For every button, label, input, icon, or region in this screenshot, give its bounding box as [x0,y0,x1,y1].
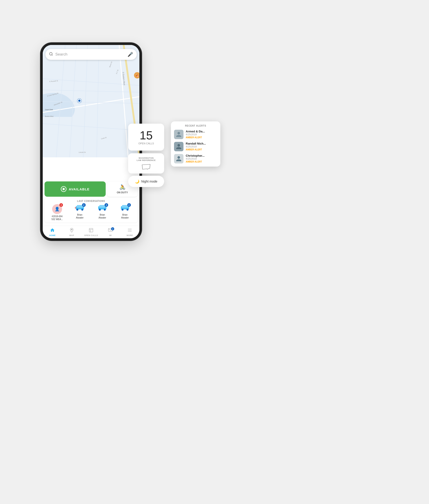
conv-icon-wrap: 👤 2 [52,204,62,214]
svg-text:Buxton Blvd: Buxton Blvd [45,115,53,117]
alert-name-1: Armed & Da... [186,130,217,133]
nav-more-label: MORE [127,234,133,237]
conversations-card: LAST CONVERSATIONS 👤 2 #2018-004532 WEA.… [45,198,138,222]
available-button[interactable]: AVAILABLE [45,181,106,197]
nav-badge-wrap: 2 [108,228,113,234]
list-item[interactable]: 2 BrianAtwater [69,204,91,221]
list-item[interactable]: 👤 2 #2018-004532 WEA... [46,204,68,221]
conversations-row: 👤 2 #2018-004532 WEA... [46,204,136,221]
conv-icon-wrap: 2 [97,204,107,212]
conv-label: #2018-004532 WEA... [52,215,63,221]
sidebar-item-more[interactable]: MORE [120,228,139,237]
sidebar-item-home[interactable]: HOME [43,228,62,237]
sidebar-item-open-calls[interactable]: OPEN CALLS [81,228,101,237]
svg-point-26 [49,52,52,55]
im-badge: 2 [111,227,114,230]
svg-text:Court Clerk: Court Clerk [45,109,53,110]
alert-badge-3: AMBER ALERT [186,160,217,163]
nav-calls-label: OPEN CALLS [84,234,98,237]
nav-im-label: IM [109,234,112,237]
list-item[interactable]: 2 BrianAtwater [114,204,136,221]
list-item[interactable]: 2 BrianAtwater [91,204,113,221]
search-input[interactable]: Search [55,52,127,57]
alert-avatar-1 [174,130,183,139]
list-item[interactable]: Christopher... 4/25/2018 AMBER ALERT [174,154,217,163]
alerts-title: RECENT ALERTS [174,124,217,127]
open-calls-icon [89,228,94,234]
recent-alerts-card: RECENT ALERTS Armed & Da... 4/25/2018 AM… [171,121,220,167]
alert-info-3: Christopher... 4/25/2018 AMBER ALERT [186,154,217,163]
bottom-nav: HOME MAP OPEN CALLS [43,226,139,238]
alert-date-3: 4/25/2018 [186,157,217,160]
moon-icon: 🌙 [135,179,139,184]
alert-badge-1: AMBER ALERT [186,136,217,139]
list-item[interactable]: Armed & Da... 4/25/2018 AMBER ALERT [174,130,217,139]
top-row: AVAILABLE 🚴 ON DUTY [45,181,138,197]
alert-date-1: 4/25/2018 [186,133,217,136]
svg-line-27 [52,55,52,55]
on-duty-icon: 🚴 [119,184,125,190]
conv-label: BrianAtwater [121,213,129,219]
open-calls-label: OPEN CALLS [138,142,154,145]
nav-home-label: HOME [49,234,55,237]
conv-badge: 2 [82,203,86,207]
svg-point-35 [99,209,101,211]
list-item[interactable]: Randall Nich... 4/25/2018 AMBER ALERT [174,142,217,151]
law-reference-card[interactable]: WASHINGTONLAW REFERENCE [128,153,164,174]
alert-avatar-2 [174,142,183,151]
conv-label: BrianAtwater [76,213,84,219]
svg-point-40 [126,209,128,211]
law-title: WASHINGTONLAW REFERENCE [137,157,156,161]
conv-badge: 2 [59,203,63,207]
location-dot [78,99,81,103]
alert-info-2: Randall Nich... 4/25/2018 AMBER ALERT [186,142,217,151]
svg-rect-42 [89,228,93,232]
alert-date-2: 4/25/2018 [186,145,217,148]
night-mode-label: Night mode [141,180,157,183]
more-icon [127,228,132,234]
phone-device: S Eastern Blvd Old Wilmington Rd Buxton … [43,45,139,238]
conv-label: BrianAtwater [98,213,106,219]
bottom-panel: AVAILABLE 🚴 ON DUTY LAST CONVERSATIONS 👤… [43,180,139,226]
map-area[interactable]: S Eastern Blvd Old Wilmington Rd Buxton … [43,45,139,157]
conv-icon-wrap: 2 [75,204,85,212]
svg-rect-32 [75,207,76,209]
search-icon [49,52,53,57]
svg-rect-38 [122,205,128,208]
alert-info-1: Armed & Da... 4/25/2018 AMBER ALERT [186,130,217,139]
svg-text:Lincoln Dr: Lincoln Dr [79,151,86,153]
conversations-title: LAST CONVERSATIONS [46,200,136,202]
map-icon [69,228,74,234]
svg-rect-29 [77,205,83,208]
on-duty-label: ON DUTY [117,191,128,194]
svg-text:🍖: 🍖 [135,74,139,77]
alert-badge-2: AMBER ALERT [186,148,217,151]
conv-badge: 2 [127,203,131,207]
sidebar-item-im[interactable]: 2 IM [101,228,120,237]
open-calls-card[interactable]: 15 OPEN CALLS [128,124,164,150]
alert-avatar-3 [174,154,183,163]
open-calls-number: 15 [140,130,153,141]
conv-badge: 2 [105,203,108,207]
svg-point-41 [71,229,72,230]
home-icon [50,228,55,234]
alert-name-2: Randall Nich... [186,142,217,145]
available-label: AVAILABLE [69,187,90,191]
available-icon [61,186,67,192]
sidebar-item-map[interactable]: MAP [62,228,81,237]
svg-point-31 [81,209,83,211]
svg-point-39 [121,209,124,211]
nav-map-label: MAP [70,234,74,237]
alert-name-3: Christopher... [186,154,217,157]
washington-state-icon [142,163,151,170]
night-mode-card[interactable]: 🌙 Night mode [128,176,164,187]
conv-icon-wrap: 2 [120,204,130,212]
svg-point-30 [76,209,78,211]
mic-icon[interactable]: 🎤 [127,52,133,57]
search-bar[interactable]: Search 🎤 [45,49,137,60]
svg-point-36 [104,209,106,211]
